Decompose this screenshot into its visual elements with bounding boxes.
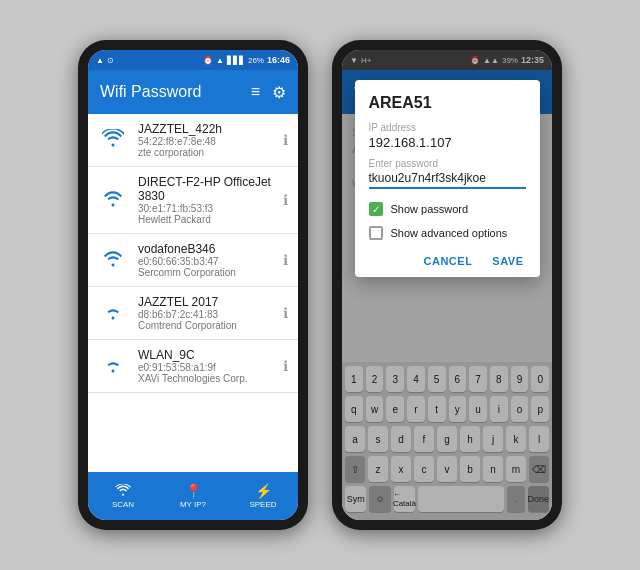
wifi-name-4: WLAN_9C [138,348,273,362]
wifi-name-2: vodafoneB346 [138,242,273,256]
wifi-mac-1: 30:e1:71:fb:53:f3 [138,203,273,214]
ip-value: 192.168.1.107 [369,135,526,150]
wifi-icon-wrap-4 [98,351,128,381]
show-password-row[interactable]: ✓ Show password [355,197,540,221]
nav-myip[interactable]: 📍 MY IP? [158,472,228,520]
wifi-info-2: vodafoneB346 e0:60:66:35:b3:47 Sercomm C… [138,242,273,278]
nav-scan[interactable]: SCAN [88,472,158,520]
password-input[interactable]: tkuou2u7n4rf3sk4jkoe [369,171,526,189]
wifi-vendor-4: XAVi Technologies Corp. [138,373,273,384]
wifi-name-1: DIRECT-F2-HP OfficeJet 3830 [138,175,273,203]
wifi-item-2[interactable]: vodafoneB346 e0:60:66:35:b3:47 Sercomm C… [88,234,298,287]
wifi-signal-icon-0 [102,129,124,152]
show-advanced-row[interactable]: Show advanced options [355,221,540,245]
app-title-1: Wifi Password [100,83,201,101]
show-password-label: Show password [391,203,469,215]
wifi-item-1[interactable]: DIRECT-F2-HP OfficeJet 3830 30:e1:71:fb:… [88,167,298,234]
detail-icon-2[interactable]: ℹ [283,252,288,268]
bottom-nav: SCAN 📍 MY IP? ⚡ SPEED [88,472,298,520]
detail-icon-1[interactable]: ℹ [283,192,288,208]
wifi-item-3[interactable]: JAZZTEL 2017 d8:b6:b7:2c:41:83 Comtrend … [88,287,298,340]
wifi-info-4: WLAN_9C e0:91:53:58:a1:9f XAVi Technolog… [138,348,273,384]
dialog-password-section: Enter password tkuou2u7n4rf3sk4jkoe [355,154,540,197]
alarm-icon: ⏰ [203,56,213,65]
speed-label: SPEED [249,500,276,509]
show-advanced-checkbox[interactable] [369,226,383,240]
wifi-info-1: DIRECT-F2-HP OfficeJet 3830 30:e1:71:fb:… [138,175,273,225]
wifi-vendor-3: Comtrend Corporation [138,320,273,331]
phone-1-screen: ▲ ⊙ ⏰ ▲ ▋▋▋ 26% 16:46 Wifi Password ≡ ⚙ [88,50,298,520]
scan-label: SCAN [112,500,134,509]
wifi-name-3: JAZZTEL 2017 [138,295,273,309]
nav-speed[interactable]: ⚡ SPEED [228,472,298,520]
settings-icon[interactable]: ⚙ [272,83,286,102]
time-display-1: 16:46 [267,55,290,65]
wifi-icon: ▲ [216,56,224,65]
cancel-button[interactable]: CANCEL [418,251,479,271]
checkmark-icon: ✓ [372,204,380,215]
signal-bars-icon: ▋▋▋ [227,56,245,65]
password-label: Enter password [369,158,526,169]
wifi-info-3: JAZZTEL 2017 d8:b6:b7:2c:41:83 Comtrend … [138,295,273,331]
ip-label: IP address [369,122,526,133]
wifi-icon-wrap-2 [98,245,128,275]
wifi-name-0: JAZZTEL_422h [138,122,273,136]
status-bar-1: ▲ ⊙ ⏰ ▲ ▋▋▋ 26% 16:46 [88,50,298,70]
show-password-checkbox[interactable]: ✓ [369,202,383,216]
wifi-icon-wrap-1 [98,185,128,215]
myip-label: MY IP? [180,500,206,509]
battery-percent-1: 26% [248,56,264,65]
menu-icon[interactable]: ≡ [251,83,260,102]
signal-icon: ▲ [96,56,104,65]
detail-icon-4[interactable]: ℹ [283,358,288,374]
speed-icon: ⚡ [255,483,272,499]
phone-2-screen: ▼ H+ ⏰ ▲▲ 39% 12:35 W SAw AREA51 IP addr… [342,50,552,520]
wifi-signal-icon-2 [102,249,124,272]
wifi-icon-wrap-0 [98,125,128,155]
app-bar-actions: ≡ ⚙ [251,83,286,102]
wifi-vendor-2: Sercomm Corporation [138,267,273,278]
save-button[interactable]: SAVE [486,251,529,271]
dialog-title: AREA51 [355,80,540,118]
dialog-overlay: AREA51 IP address 192.168.1.107 Enter pa… [342,50,552,520]
dialog-actions: CANCEL SAVE [355,245,540,277]
wifi-mac-2: e0:60:66:35:b3:47 [138,256,273,267]
wifi-signal-icon-1 [102,189,124,212]
wifi-connect-dialog: AREA51 IP address 192.168.1.107 Enter pa… [355,80,540,277]
phone-1: ▲ ⊙ ⏰ ▲ ▋▋▋ 26% 16:46 Wifi Password ≡ ⚙ [78,40,308,530]
wifi-mac-0: 54:22:f8:e7:8e:48 [138,136,273,147]
wifi-item-0[interactable]: JAZZTEL_422h 54:22:f8:e7:8e:48 zte corpo… [88,114,298,167]
scan-icon [115,483,131,499]
location-icon: 📍 [185,483,202,499]
wifi-vendor-1: Hewlett Packard [138,214,273,225]
dialog-ip-section: IP address 192.168.1.107 [355,118,540,154]
wifi-item-4[interactable]: WLAN_9C e0:91:53:58:a1:9f XAVi Technolog… [88,340,298,393]
wifi-signal-icon-4 [102,355,124,378]
wifi-list: JAZZTEL_422h 54:22:f8:e7:8e:48 zte corpo… [88,114,298,472]
wifi-signal-icon-3 [102,302,124,325]
wifi-mac-4: e0:91:53:58:a1:9f [138,362,273,373]
wifi-icon-wrap-3 [98,298,128,328]
wifi-status-icon: ⊙ [107,56,114,65]
wifi-vendor-0: zte corporation [138,147,273,158]
wifi-mac-3: d8:b6:b7:2c:41:83 [138,309,273,320]
detail-icon-0[interactable]: ℹ [283,132,288,148]
show-advanced-label: Show advanced options [391,227,508,239]
phone-2: ▼ H+ ⏰ ▲▲ 39% 12:35 W SAw AREA51 IP addr… [332,40,562,530]
wifi-info-0: JAZZTEL_422h 54:22:f8:e7:8e:48 zte corpo… [138,122,273,158]
detail-icon-3[interactable]: ℹ [283,305,288,321]
app-bar-1: Wifi Password ≡ ⚙ [88,70,298,114]
